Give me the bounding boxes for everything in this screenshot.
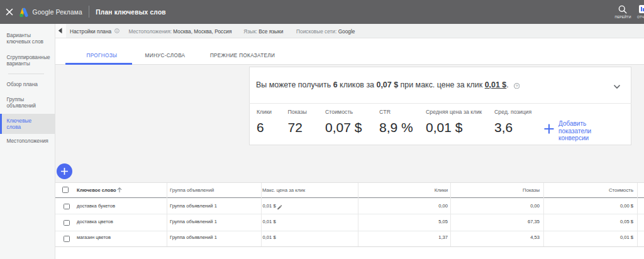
svg-text:?: ? bbox=[516, 84, 518, 88]
